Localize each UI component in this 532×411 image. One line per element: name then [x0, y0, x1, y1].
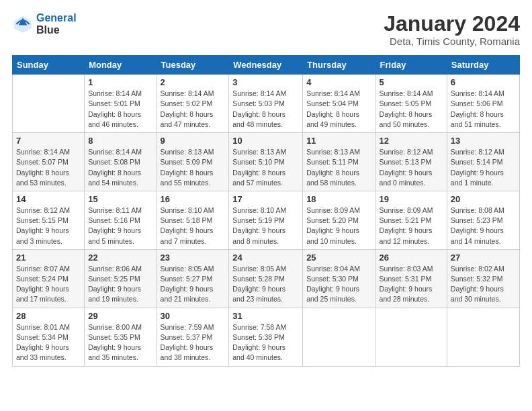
day-info: Sunrise: 8:05 AMSunset: 5:27 PMDaylight:… [161, 264, 226, 305]
table-cell: 20Sunrise: 8:08 AMSunset: 5:23 PMDayligh… [447, 191, 519, 249]
day-number: 7 [16, 136, 81, 146]
table-cell: 9Sunrise: 8:13 AMSunset: 5:09 PMDaylight… [157, 133, 229, 191]
day-number: 8 [88, 136, 152, 146]
logo: General Blue [12, 12, 77, 36]
table-cell: 4Sunrise: 8:14 AMSunset: 5:04 PMDaylight… [303, 75, 375, 133]
table-cell: 18Sunrise: 8:09 AMSunset: 5:20 PMDayligh… [303, 191, 375, 249]
day-number: 24 [232, 253, 299, 263]
day-info: Sunrise: 8:02 AMSunset: 5:32 PMDaylight:… [451, 264, 516, 305]
day-info: Sunrise: 8:05 AMSunset: 5:28 PMDaylight:… [232, 264, 299, 305]
table-cell: 24Sunrise: 8:05 AMSunset: 5:28 PMDayligh… [229, 249, 303, 308]
table-cell: 14Sunrise: 8:12 AMSunset: 5:15 PMDayligh… [13, 191, 85, 249]
day-number: 3 [232, 77, 299, 87]
day-number: 13 [451, 136, 516, 146]
table-cell: 19Sunrise: 8:09 AMSunset: 5:21 PMDayligh… [375, 191, 447, 249]
day-info: Sunrise: 8:14 AMSunset: 5:03 PMDaylight:… [232, 89, 299, 130]
day-number: 18 [306, 194, 371, 204]
day-info: Sunrise: 8:14 AMSunset: 5:06 PMDaylight:… [451, 89, 516, 130]
logo-text: General Blue [36, 12, 77, 36]
day-info: Sunrise: 8:14 AMSunset: 5:02 PMDaylight:… [161, 89, 226, 130]
day-number: 27 [451, 253, 516, 263]
table-cell: 15Sunrise: 8:11 AMSunset: 5:16 PMDayligh… [85, 191, 157, 249]
header: General Blue January 2024 Deta, Timis Co… [12, 12, 520, 47]
table-cell: 28Sunrise: 8:01 AMSunset: 5:34 PMDayligh… [13, 308, 85, 366]
table-cell: 2Sunrise: 8:14 AMSunset: 5:02 PMDaylight… [157, 75, 229, 133]
table-cell: 29Sunrise: 8:00 AMSunset: 5:35 PMDayligh… [85, 308, 157, 366]
day-number: 25 [306, 253, 371, 263]
table-cell: 1Sunrise: 8:14 AMSunset: 5:01 PMDaylight… [85, 75, 157, 133]
day-number: 30 [161, 311, 226, 321]
table-cell: 16Sunrise: 8:10 AMSunset: 5:18 PMDayligh… [157, 191, 229, 249]
table-cell [447, 308, 519, 366]
day-number: 21 [16, 253, 81, 263]
table-cell [13, 75, 85, 133]
day-info: Sunrise: 8:04 AMSunset: 5:30 PMDaylight:… [306, 264, 371, 305]
day-number: 14 [16, 194, 81, 204]
col-thursday: Thursday [303, 56, 375, 75]
col-saturday: Saturday [447, 56, 519, 75]
table-cell [375, 308, 447, 366]
table-cell: 3Sunrise: 8:14 AMSunset: 5:03 PMDaylight… [229, 75, 303, 133]
logo-line2: Blue [36, 24, 77, 36]
table-cell: 10Sunrise: 8:13 AMSunset: 5:10 PMDayligh… [229, 133, 303, 191]
day-info: Sunrise: 8:00 AMSunset: 5:35 PMDaylight:… [88, 322, 152, 363]
table-cell: 13Sunrise: 8:12 AMSunset: 5:14 PMDayligh… [447, 133, 519, 191]
day-info: Sunrise: 8:08 AMSunset: 5:23 PMDaylight:… [451, 205, 516, 246]
table-cell: 5Sunrise: 8:14 AMSunset: 5:05 PMDaylight… [375, 75, 447, 133]
day-number: 4 [306, 77, 371, 87]
day-number: 5 [380, 77, 443, 87]
logo-icon [12, 13, 34, 35]
day-number: 26 [380, 253, 443, 263]
day-number: 9 [161, 136, 226, 146]
day-number: 2 [161, 77, 226, 87]
table-cell: 27Sunrise: 8:02 AMSunset: 5:32 PMDayligh… [447, 249, 519, 308]
day-info: Sunrise: 8:14 AMSunset: 5:07 PMDaylight:… [16, 147, 81, 188]
day-info: Sunrise: 8:14 AMSunset: 5:04 PMDaylight:… [306, 89, 371, 130]
table-cell: 30Sunrise: 7:59 AMSunset: 5:37 PMDayligh… [157, 308, 229, 366]
day-number: 15 [88, 194, 152, 204]
day-info: Sunrise: 8:13 AMSunset: 5:09 PMDaylight:… [161, 147, 226, 188]
day-number: 10 [232, 136, 299, 146]
day-info: Sunrise: 7:59 AMSunset: 5:37 PMDaylight:… [161, 322, 226, 363]
day-info: Sunrise: 8:06 AMSunset: 5:25 PMDaylight:… [88, 264, 152, 305]
col-wednesday: Wednesday [229, 56, 303, 75]
day-number: 31 [232, 311, 299, 321]
table-cell [303, 308, 375, 366]
table-cell: 22Sunrise: 8:06 AMSunset: 5:25 PMDayligh… [85, 249, 157, 308]
day-number: 12 [380, 136, 443, 146]
day-number: 20 [451, 194, 516, 204]
table-cell: 7Sunrise: 8:14 AMSunset: 5:07 PMDaylight… [13, 133, 85, 191]
col-tuesday: Tuesday [157, 56, 229, 75]
day-info: Sunrise: 8:14 AMSunset: 5:05 PMDaylight:… [380, 89, 443, 130]
table-cell: 21Sunrise: 8:07 AMSunset: 5:24 PMDayligh… [13, 249, 85, 308]
day-number: 1 [88, 77, 152, 87]
day-info: Sunrise: 8:10 AMSunset: 5:18 PMDaylight:… [161, 205, 226, 246]
day-number: 19 [380, 194, 443, 204]
table-cell: 17Sunrise: 8:10 AMSunset: 5:19 PMDayligh… [229, 191, 303, 249]
col-friday: Friday [375, 56, 447, 75]
day-number: 22 [88, 253, 152, 263]
day-info: Sunrise: 8:13 AMSunset: 5:11 PMDaylight:… [306, 147, 371, 188]
day-number: 11 [306, 136, 371, 146]
day-info: Sunrise: 8:03 AMSunset: 5:31 PMDaylight:… [380, 264, 443, 305]
title-block: January 2024 Deta, Timis County, Romania [384, 12, 520, 47]
table-cell: 23Sunrise: 8:05 AMSunset: 5:27 PMDayligh… [157, 249, 229, 308]
day-info: Sunrise: 8:10 AMSunset: 5:19 PMDaylight:… [232, 205, 299, 246]
day-info: Sunrise: 8:07 AMSunset: 5:24 PMDaylight:… [16, 264, 81, 305]
col-sunday: Sunday [13, 56, 85, 75]
table-cell: 31Sunrise: 7:58 AMSunset: 5:38 PMDayligh… [229, 308, 303, 366]
day-info: Sunrise: 8:09 AMSunset: 5:20 PMDaylight:… [306, 205, 371, 246]
day-info: Sunrise: 8:11 AMSunset: 5:16 PMDaylight:… [88, 205, 152, 246]
table-cell: 8Sunrise: 8:14 AMSunset: 5:08 PMDaylight… [85, 133, 157, 191]
subtitle: Deta, Timis County, Romania [384, 36, 520, 47]
table-cell: 12Sunrise: 8:12 AMSunset: 5:13 PMDayligh… [375, 133, 447, 191]
day-number: 29 [88, 311, 152, 321]
day-info: Sunrise: 8:12 AMSunset: 5:13 PMDaylight:… [380, 147, 443, 188]
day-info: Sunrise: 8:09 AMSunset: 5:21 PMDaylight:… [380, 205, 443, 246]
main-title: January 2024 [384, 12, 520, 36]
table-cell: 6Sunrise: 8:14 AMSunset: 5:06 PMDaylight… [447, 75, 519, 133]
day-number: 16 [161, 194, 226, 204]
day-number: 23 [161, 253, 226, 263]
table-cell: 26Sunrise: 8:03 AMSunset: 5:31 PMDayligh… [375, 249, 447, 308]
calendar: Sunday Monday Tuesday Wednesday Thursday… [12, 55, 520, 366]
